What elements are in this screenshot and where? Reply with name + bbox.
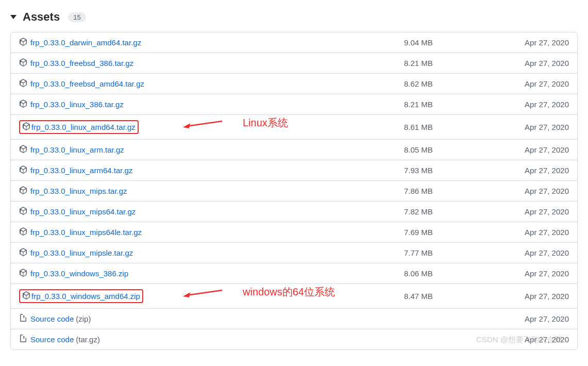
asset-link[interactable]: frp_0.33.0_linux_386.tar.gz	[19, 99, 404, 109]
asset-size: 7.69 MB	[404, 228, 507, 237]
asset-date: Apr 27, 2020	[507, 292, 569, 301]
asset-size: 9.04 MB	[404, 38, 507, 47]
assets-header[interactable]: Assets 15	[10, 10, 578, 24]
asset-date: Apr 27, 2020	[507, 100, 569, 109]
asset-link[interactable]: frp_0.33.0_darwin_amd64.tar.gz	[19, 38, 404, 47]
asset-name: frp_0.33.0_darwin_amd64.tar.gz	[30, 38, 141, 47]
asset-row: frp_0.33.0_windows_amd64.zip8.47 MBApr 2…	[11, 284, 577, 308]
asset-name: frp_0.33.0_linux_arm.tar.gz	[30, 145, 124, 154]
package-icon	[19, 207, 28, 217]
asset-row: frp_0.33.0_linux_mips64.tar.gz7.82 MBApr…	[11, 201, 577, 222]
asset-name: frp_0.33.0_freebsd_386.tar.gz	[30, 59, 133, 68]
asset-row: Source code (tar.gz)Apr 27, 2020	[11, 329, 577, 350]
asset-date: Apr 27, 2020	[507, 228, 569, 237]
asset-link[interactable]: frp_0.33.0_windows_amd64.zip	[19, 289, 404, 303]
asset-size: 8.21 MB	[404, 59, 507, 68]
package-icon	[19, 186, 28, 196]
asset-date: Apr 27, 2020	[507, 314, 569, 323]
asset-date: Apr 27, 2020	[507, 79, 569, 88]
asset-name: frp_0.33.0_linux_arm64.tar.gz	[30, 166, 132, 175]
asset-name: frp_0.33.0_linux_mipsle.tar.gz	[30, 248, 133, 257]
asset-size: 7.93 MB	[404, 166, 507, 175]
asset-size: 8.47 MB	[404, 292, 507, 301]
asset-size: 7.82 MB	[404, 207, 507, 216]
asset-row: frp_0.33.0_darwin_amd64.tar.gz9.04 MBApr…	[11, 32, 577, 53]
asset-size: 8.21 MB	[404, 100, 507, 109]
asset-link[interactable]: frp_0.33.0_linux_mipsle.tar.gz	[19, 248, 404, 258]
asset-date: Apr 27, 2020	[507, 207, 569, 216]
package-icon	[19, 58, 28, 68]
package-icon	[19, 145, 28, 155]
asset-link[interactable]: frp_0.33.0_freebsd_386.tar.gz	[19, 58, 404, 68]
caret-down-icon	[10, 15, 16, 19]
asset-name: frp_0.33.0_linux_mips.tar.gz	[30, 187, 127, 195]
package-icon	[19, 38, 28, 47]
package-icon	[19, 269, 28, 278]
file-zip-icon	[19, 335, 28, 344]
asset-row: frp_0.33.0_linux_mips.tar.gz7.86 MBApr 2…	[11, 180, 577, 201]
asset-row: frp_0.33.0_linux_amd64.tar.gz8.61 MBApr …	[11, 114, 577, 139]
asset-link[interactable]: frp_0.33.0_freebsd_amd64.tar.gz	[19, 79, 404, 89]
asset-name: frp_0.33.0_linux_mips64.tar.gz	[30, 207, 136, 216]
file-zip-icon	[19, 314, 28, 324]
asset-name: Source code	[30, 314, 74, 323]
asset-row: frp_0.33.0_windows_386.zip8.06 MBApr 27,…	[11, 263, 577, 284]
asset-row: frp_0.33.0_freebsd_386.tar.gz8.21 MBApr …	[11, 53, 577, 73]
package-icon	[19, 248, 28, 258]
asset-row: Source code (zip)Apr 27, 2020	[11, 308, 577, 329]
asset-link[interactable]: frp_0.33.0_linux_mips64le.tar.gz	[19, 227, 404, 237]
asset-date: Apr 27, 2020	[507, 166, 569, 175]
asset-size: 8.61 MB	[404, 123, 507, 131]
assets-list: frp_0.33.0_darwin_amd64.tar.gz9.04 MBApr…	[10, 32, 578, 350]
asset-date: Apr 27, 2020	[507, 269, 569, 278]
asset-name: Source code	[30, 335, 74, 344]
asset-link[interactable]: frp_0.33.0_windows_386.zip	[19, 269, 404, 278]
asset-link[interactable]: Source code (tar.gz)	[19, 335, 404, 344]
asset-link[interactable]: Source code (zip)	[19, 314, 404, 324]
asset-size: 8.62 MB	[404, 79, 507, 88]
asset-link[interactable]: frp_0.33.0_linux_mips.tar.gz	[19, 186, 404, 196]
package-icon	[22, 291, 31, 301]
package-icon	[19, 79, 28, 89]
asset-name: frp_0.33.0_linux_amd64.tar.gz	[31, 123, 136, 131]
asset-name: frp_0.33.0_linux_386.tar.gz	[30, 100, 124, 109]
assets-title: Assets	[23, 10, 60, 24]
asset-suffix: (tar.gz)	[76, 335, 100, 344]
asset-row: frp_0.33.0_freebsd_amd64.tar.gz8.62 MBAp…	[11, 73, 577, 94]
asset-date: Apr 27, 2020	[507, 145, 569, 154]
asset-size: 7.77 MB	[404, 248, 507, 257]
highlight-box: frp_0.33.0_windows_amd64.zip	[19, 289, 143, 303]
asset-size: 8.05 MB	[404, 145, 507, 154]
asset-link[interactable]: frp_0.33.0_linux_mips64.tar.gz	[19, 207, 404, 217]
asset-row: frp_0.33.0_linux_arm.tar.gz8.05 MBApr 27…	[11, 139, 577, 160]
asset-name: frp_0.33.0_freebsd_amd64.tar.gz	[30, 79, 144, 88]
asset-name: frp_0.33.0_windows_386.zip	[30, 269, 128, 278]
asset-suffix: (zip)	[76, 314, 91, 323]
asset-date: Apr 27, 2020	[507, 123, 569, 131]
asset-date: Apr 27, 2020	[507, 59, 569, 68]
assets-count-badge: 15	[68, 12, 86, 22]
package-icon	[19, 99, 28, 109]
package-icon	[19, 227, 28, 237]
package-icon	[22, 122, 31, 132]
asset-date: Apr 27, 2020	[507, 248, 569, 257]
asset-date: Apr 27, 2020	[507, 38, 569, 47]
asset-name: frp_0.33.0_linux_mips64le.tar.gz	[30, 228, 142, 237]
asset-row: frp_0.33.0_linux_arm64.tar.gz7.93 MBApr …	[11, 160, 577, 180]
asset-link[interactable]: frp_0.33.0_linux_arm64.tar.gz	[19, 165, 404, 175]
asset-row: frp_0.33.0_linux_386.tar.gz8.21 MBApr 27…	[11, 94, 577, 114]
asset-row: frp_0.33.0_linux_mips64le.tar.gz7.69 MBA…	[11, 222, 577, 242]
asset-date: Apr 27, 2020	[507, 187, 569, 195]
asset-row: frp_0.33.0_linux_mipsle.tar.gz7.77 MBApr…	[11, 242, 577, 263]
asset-size: 7.86 MB	[404, 187, 507, 195]
asset-link[interactable]: frp_0.33.0_linux_arm.tar.gz	[19, 145, 404, 155]
asset-size: 8.06 MB	[404, 269, 507, 278]
asset-name: frp_0.33.0_windows_amd64.zip	[31, 292, 140, 301]
highlight-box: frp_0.33.0_linux_amd64.tar.gz	[19, 120, 139, 134]
asset-date: Apr 27, 2020	[507, 335, 569, 344]
package-icon	[19, 165, 28, 175]
asset-link[interactable]: frp_0.33.0_linux_amd64.tar.gz	[19, 120, 404, 134]
